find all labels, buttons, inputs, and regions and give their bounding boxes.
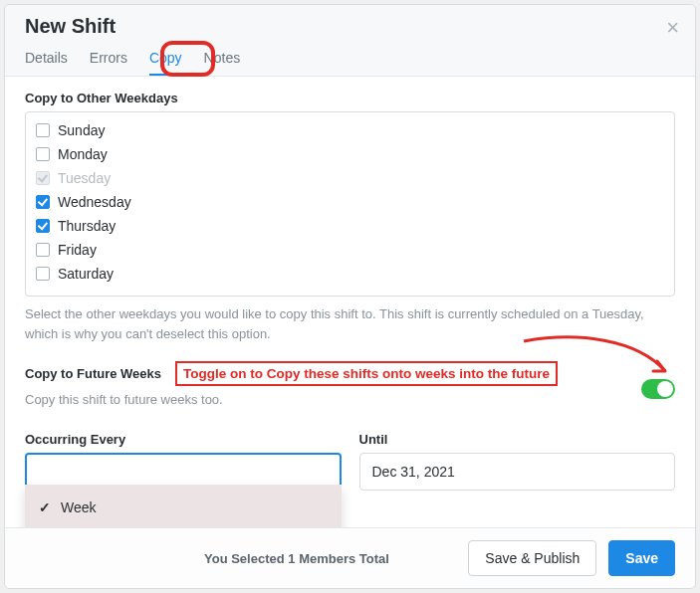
- weekday-item-monday: Monday: [26, 142, 674, 166]
- until-col: Until: [359, 432, 676, 491]
- until-input[interactable]: [359, 453, 676, 491]
- annotation-callout: Toggle on to Copy these shifts onto week…: [175, 361, 558, 386]
- weekday-label: Friday: [58, 242, 97, 258]
- occurring-col: Occurring Every ✓Week2 Weeks3 Weeks4 Wee…: [25, 432, 342, 491]
- occurring-option[interactable]: 2 Weeks: [25, 522, 342, 528]
- check-icon: ✓: [39, 499, 51, 515]
- weekday-label: Tuesday: [58, 170, 111, 186]
- future-help: Copy this shift to future weeks too.: [25, 390, 675, 410]
- weekday-item-tuesday: Tuesday: [26, 166, 674, 190]
- weekday-item-friday: Friday: [26, 238, 674, 262]
- close-icon[interactable]: ×: [666, 17, 679, 39]
- occurring-option-label: Week: [61, 499, 97, 515]
- weekday-item-sunday: Sunday: [26, 118, 674, 142]
- weekdays-label: Copy to Other Weekdays: [25, 91, 675, 105]
- modal-title: New Shift: [25, 15, 675, 38]
- weekday-label: Sunday: [58, 122, 105, 138]
- tab-notes[interactable]: Notes: [204, 46, 241, 76]
- future-weeks-section: Copy to Future Weeks Toggle on to Copy t…: [25, 361, 675, 410]
- weekday-listbox[interactable]: SundayMondayTuesdayWednesdayThursdayFrid…: [25, 111, 675, 296]
- weekdays-help: Select the other weekdays you would like…: [25, 304, 675, 343]
- weekday-checkbox-thursday[interactable]: [36, 219, 50, 233]
- future-label: Copy to Future Weeks: [25, 366, 161, 381]
- save-publish-button[interactable]: Save & Publish: [468, 540, 596, 576]
- weekday-label: Monday: [58, 146, 108, 162]
- footer-summary: You Selected 1 Members Total: [204, 551, 389, 566]
- occurring-dropdown: ✓Week2 Weeks3 Weeks4 Weeks: [25, 485, 342, 528]
- weekday-label: Saturday: [58, 266, 114, 282]
- occurring-option[interactable]: ✓Week: [25, 493, 342, 522]
- weekday-checkbox-wednesday[interactable]: [36, 195, 50, 209]
- weekday-checkbox-tuesday: [36, 171, 50, 185]
- weekday-checkbox-saturday[interactable]: [36, 267, 50, 281]
- tab-bar: Details Errors Copy Notes: [25, 46, 675, 76]
- recurrence-row: Occurring Every ✓Week2 Weeks3 Weeks4 Wee…: [25, 432, 675, 491]
- future-toggle[interactable]: [641, 379, 675, 399]
- tab-details[interactable]: Details: [25, 46, 68, 76]
- weekday-label: Wednesday: [58, 194, 131, 210]
- new-shift-modal: New Shift × Details Errors Copy Notes Co…: [4, 4, 696, 589]
- save-button[interactable]: Save: [608, 540, 675, 576]
- modal-body: Copy to Other Weekdays SundayMondayTuesd…: [5, 77, 695, 527]
- weekday-item-wednesday: Wednesday: [26, 190, 674, 214]
- weekday-item-thursday: Thursday: [26, 214, 674, 238]
- weekday-checkbox-friday[interactable]: [36, 243, 50, 257]
- until-label: Until: [359, 432, 676, 447]
- modal-footer: You Selected 1 Members Total Save & Publ…: [5, 527, 695, 588]
- modal-header: New Shift × Details Errors Copy Notes: [5, 5, 695, 77]
- weekday-label: Thursday: [58, 218, 116, 234]
- tab-errors[interactable]: Errors: [90, 46, 127, 76]
- weekday-checkbox-sunday[interactable]: [36, 123, 50, 137]
- weekday-item-saturday: Saturday: [26, 262, 674, 286]
- tab-copy[interactable]: Copy: [149, 46, 182, 76]
- occurring-label: Occurring Every: [25, 432, 342, 447]
- weekday-checkbox-monday[interactable]: [36, 147, 50, 161]
